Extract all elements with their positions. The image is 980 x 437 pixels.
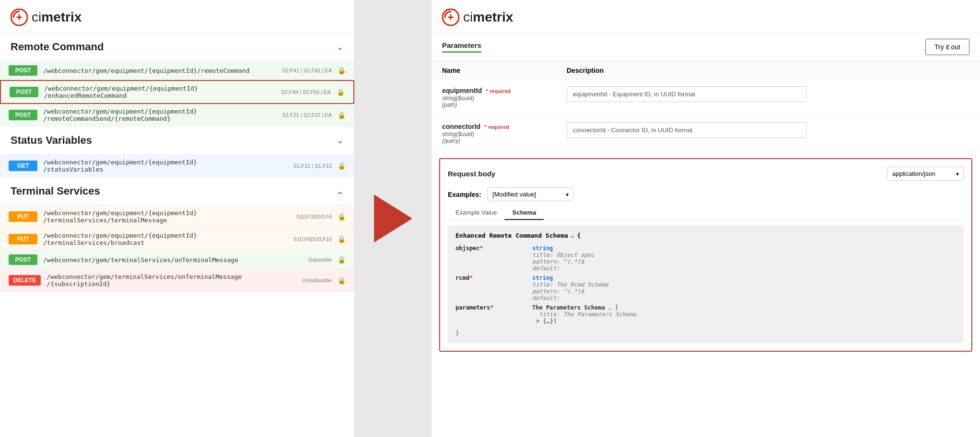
endpoint-tags: S1,F11 | S1,F12: [293, 163, 332, 169]
section-status-variables-title: Status Variables: [11, 134, 92, 147]
schema-key-rcmd: rcmd*: [455, 274, 532, 282]
endpoint-path: /webconnector/gem/equipment/{equipmentId…: [44, 85, 275, 99]
endpoint-path: /webconnector/gem/terminalServices/onTer…: [47, 273, 297, 288]
lock-icon: 🔒: [338, 162, 346, 170]
endpoint-row[interactable]: POST /webconnector/gem/equipment/{equipm…: [0, 61, 354, 80]
right-content: Parameters Try it out Name Description e…: [432, 33, 980, 352]
endpoint-path: /webconnector/gem/equipment/{equipmentId…: [43, 159, 288, 173]
section-remote-command-title: Remote Command: [11, 41, 104, 53]
arrow-area: [355, 0, 432, 437]
tab-schema[interactable]: Schema: [504, 206, 544, 220]
endpoint-row[interactable]: PUT /webconnector/gem/equipment/{equipme…: [0, 228, 354, 251]
section-remote-command[interactable]: Remote Command ⌄: [0, 33, 354, 61]
tab-example-value[interactable]: Example Value: [448, 206, 504, 220]
endpoint-tags: Subscribe: [308, 257, 332, 263]
left-logo-text: cimetrix: [32, 10, 82, 25]
examples-select-wrapper: [Modified value]: [487, 187, 573, 201]
content-type-wrapper: application/json: [887, 167, 964, 181]
endpoint-row[interactable]: PUT /webconnector/gem/equipment/{equipme…: [0, 206, 354, 228]
endpoint-tags: S10,F9|S10,F10: [293, 236, 332, 242]
params-table-header: Name Description: [432, 62, 980, 80]
examples-row: Examples: [Modified value]: [448, 187, 964, 201]
sub-tabs: Example Value Schema: [448, 206, 964, 220]
schema-close-brace: }: [455, 329, 956, 336]
endpoint-tags: S2,F41 | S2,F42 | EA: [282, 68, 332, 73]
endpoint-tags: S2,F49 | S2,F50 | EA: [281, 89, 331, 95]
endpoint-row[interactable]: DELETE /webconnector/gem/terminalService…: [0, 269, 354, 292]
section-terminal-services-title: Terminal Services: [11, 185, 100, 197]
endpoint-row[interactable]: POST /webconnector/gem/terminalServices/…: [0, 251, 354, 269]
examples-select[interactable]: [Modified value]: [487, 187, 573, 201]
method-badge-post: POST: [9, 110, 37, 120]
schema-collapse-icon[interactable]: ⌄: [571, 232, 574, 239]
endpoint-path: /webconnector/gem/equipment/{equipmentId…: [43, 232, 288, 246]
schema-val-parameters: The Parameters Schema ⌄ [ title: The Par…: [532, 303, 956, 325]
param-name-connectorid: connectorId * required string($uuid) (qu…: [442, 122, 567, 144]
method-badge-get: GET: [9, 161, 37, 171]
param-row-equipmentid: equipmentId * required string($uuid) (pa…: [432, 80, 980, 115]
schema-open-brace: {: [577, 232, 581, 239]
schema-title-text: Enhanced Remote Command Schema: [455, 232, 568, 239]
param-desc-connectorid: [567, 122, 969, 138]
endpoint-path: /webconnector/gem/equipment/{equipmentId…: [43, 67, 276, 74]
equipmentid-input[interactable]: [567, 86, 806, 102]
endpoint-path: /webconnector/gem/terminalServices/onTer…: [43, 256, 303, 264]
lock-icon: 🔒: [338, 235, 346, 243]
param-desc-equipmentid: [567, 86, 969, 102]
lock-icon: 🔒: [338, 276, 346, 284]
lock-icon: 🔒: [338, 67, 346, 74]
endpoint-tags: Unsubscribe: [303, 277, 332, 283]
method-badge-post: POST: [9, 254, 37, 265]
endpoint-path: /webconnector/gem/equipment/{equipmentId…: [43, 209, 291, 224]
endpoint-row[interactable]: GET /webconnector/gem/equipment/{equipme…: [0, 155, 354, 177]
chevron-down-icon: ⌄: [337, 42, 344, 52]
lock-icon: 🔒: [338, 111, 346, 119]
params-tab-bar: Parameters Try it out: [432, 33, 980, 62]
examples-label: Examples:: [448, 191, 481, 198]
desc-col-header: Description: [567, 67, 969, 74]
endpoint-tags: S10,F3|S10,F4: [296, 214, 332, 219]
method-badge-post: POST: [9, 65, 37, 76]
method-badge-put: PUT: [9, 211, 37, 222]
schema-val-rcmd: string title: The Rcmd Schema pattern: ^…: [532, 274, 956, 302]
name-col-header: Name: [442, 67, 567, 74]
schema-grid: objspec* string title: Object spec patte…: [455, 244, 956, 325]
method-badge-post: POST: [10, 87, 38, 97]
chevron-down-icon: ⌄: [337, 186, 344, 196]
lock-icon: 🔒: [337, 88, 345, 96]
section-terminal-services[interactable]: Terminal Services ⌄: [0, 177, 354, 206]
endpoint-row[interactable]: POST /webconnector/gem/equipment/{equipm…: [0, 104, 354, 126]
schema-key-parameters: parameters*: [455, 303, 532, 312]
cimetrix-logo-icon-right: [442, 9, 459, 26]
content-type-select[interactable]: application/json: [887, 167, 964, 181]
cimetrix-logo-icon: [11, 9, 28, 26]
right-logo-text: cimetrix: [463, 10, 513, 25]
schema-box: Enhanced Remote Command Schema ⌄ { objsp…: [448, 225, 964, 343]
schema-title: Enhanced Remote Command Schema ⌄ {: [455, 232, 956, 239]
section-status-variables[interactable]: Status Variables ⌄: [0, 126, 354, 155]
param-row-connectorid: connectorId * required string($uuid) (qu…: [432, 115, 980, 151]
tab-parameters[interactable]: Parameters: [442, 41, 481, 53]
left-panel: cimetrix Remote Command ⌄ POST /webconne…: [0, 0, 355, 437]
lock-icon: 🔒: [338, 213, 346, 220]
schema-key-objspec: objspec*: [455, 244, 532, 253]
method-badge-delete: DELETE: [9, 275, 41, 286]
schema-expand-icon[interactable]: ⌄: [608, 305, 612, 311]
connectorid-input[interactable]: [567, 122, 806, 138]
lock-icon: 🔒: [338, 256, 346, 264]
param-name-equipmentid: equipmentId * required string($uuid) (pa…: [442, 86, 567, 108]
endpoint-tags: S2,F21 | S2,F22 | EA: [282, 112, 332, 118]
endpoint-row-highlighted[interactable]: POST /webconnector/gem/equipment/{equipm…: [0, 80, 354, 104]
right-logo-area: cimetrix: [432, 0, 980, 33]
request-body-header: Request body application/json: [448, 167, 964, 181]
left-logo-area: cimetrix: [0, 0, 354, 33]
arrow-right-icon: [374, 195, 412, 242]
request-body-section: Request body application/json Examples: …: [439, 158, 972, 352]
endpoint-path: /webconnector/gem/equipment/{equipmentId…: [43, 108, 276, 122]
method-badge-put: PUT: [9, 234, 37, 244]
right-panel: cimetrix Parameters Try it out Name Desc…: [432, 0, 980, 437]
schema-val-objspec: string title: Object spec pattern: ^(.*)…: [532, 244, 956, 273]
chevron-down-icon: ⌄: [337, 135, 344, 146]
request-body-title: Request body: [448, 170, 495, 178]
try-it-out-button[interactable]: Try it out: [925, 39, 969, 55]
